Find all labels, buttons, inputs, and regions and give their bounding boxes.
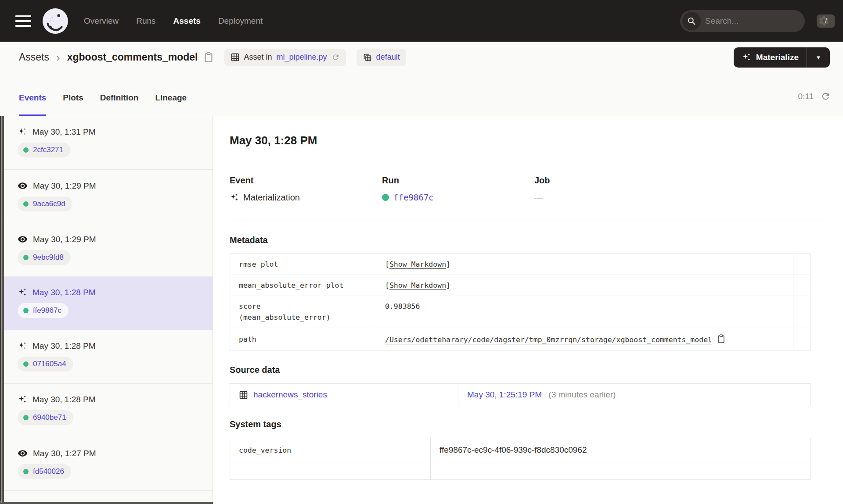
sparkle-icon xyxy=(742,53,751,62)
observation-eye-icon xyxy=(18,234,28,244)
reload-definition-icon[interactable] xyxy=(331,53,340,61)
refresh-countdown: 0:11 xyxy=(798,92,814,101)
table-row xyxy=(230,462,811,480)
repo-default-link[interactable]: default xyxy=(376,53,400,62)
run-pill[interactable]: 2cfc3271 xyxy=(18,143,70,157)
table-row: mean_absolute_error plot [Show Markdown] xyxy=(230,275,811,296)
event-column-label: Event xyxy=(230,175,382,186)
table-row: score (mean_absolute_error) 0.983856 xyxy=(230,296,811,328)
copy-path-icon[interactable] xyxy=(717,334,725,343)
tab-lineage[interactable]: Lineage xyxy=(155,93,187,116)
page-title: xgboost_comments_model xyxy=(67,51,198,63)
asset-tabs-bar: Events Plots Definition Lineage 0:11 xyxy=(0,73,843,116)
pipeline-file-link[interactable]: ml_pipeline.py xyxy=(277,53,327,62)
materialize-label: Materialize xyxy=(756,53,799,62)
event-list-item[interactable]: May 30, 1:31 PM 2cfc3271 xyxy=(0,116,213,170)
system-tag-key: code_version xyxy=(230,438,431,462)
run-status-dot xyxy=(382,194,389,201)
event-list-item[interactable]: May 30, 1:28 PM 6940be71 xyxy=(0,384,213,437)
event-timestamp: May 30, 1:29 PM xyxy=(33,181,96,191)
run-status-dot xyxy=(23,415,29,420)
run-id-link[interactable]: 9aca6c9d xyxy=(33,200,65,208)
event-timestamp: May 30, 1:27 PM xyxy=(33,449,96,458)
run-status-dot xyxy=(23,308,29,313)
observation-eye-icon xyxy=(18,181,28,191)
run-id-link[interactable]: 071605a4 xyxy=(33,360,66,368)
show-markdown-link[interactable]: [Show Markdown] xyxy=(385,260,450,268)
show-markdown-link[interactable]: [Show Markdown] xyxy=(385,281,450,290)
run-pill[interactable]: 6940be71 xyxy=(18,410,73,425)
nav-assets[interactable]: Assets xyxy=(173,16,201,26)
materialization-sparkle-icon xyxy=(230,193,239,202)
job-value: — xyxy=(534,193,543,203)
materialization-sparkle-icon xyxy=(18,127,27,137)
run-pill[interactable]: 071605a4 xyxy=(18,357,73,372)
run-id-link[interactable]: fd540026 xyxy=(33,467,64,476)
search-box[interactable]: / xyxy=(680,10,805,32)
metadata-heading: Metadata xyxy=(230,235,827,245)
system-tags-table: code_version ffe9867c-ec9c-4f06-939c-f8d… xyxy=(230,438,811,480)
refresh-icon[interactable] xyxy=(821,91,831,101)
source-timestamp-link[interactable]: May 30, 1:25:19 PM xyxy=(467,390,542,399)
metadata-table: rmse plot [Show Markdown] mean_absolute_… xyxy=(230,254,811,350)
nav-runs[interactable]: Runs xyxy=(136,16,155,26)
nav-overview[interactable]: Overview xyxy=(84,16,119,26)
run-pill[interactable]: fd540026 xyxy=(18,464,71,479)
background-window-edge xyxy=(0,116,4,504)
table-row: path /Users/odetteharary/code/dagster/tm… xyxy=(230,328,811,350)
metadata-key: score (mean_absolute_error) xyxy=(230,296,376,328)
run-status-dot xyxy=(23,147,29,153)
event-list-item[interactable]: May 30, 1:28 PM 071605a4 xyxy=(0,330,213,384)
run-pill[interactable]: 9aca6c9d xyxy=(18,197,72,211)
copy-asset-name-icon[interactable] xyxy=(204,52,213,63)
tab-definition[interactable]: Definition xyxy=(100,93,139,116)
event-list-item-selected[interactable]: May 30, 1:28 PM ffe9867c xyxy=(0,277,213,330)
event-timestamp: May 30, 1:29 PM xyxy=(33,235,96,244)
metadata-key: mean_absolute_error plot xyxy=(230,275,376,296)
search-shortcut-badge: / xyxy=(817,14,835,28)
system-tags-heading: System tags xyxy=(230,419,827,429)
source-data-heading: Source data xyxy=(230,365,827,375)
materialize-options-caret[interactable]: ▾ xyxy=(807,47,830,68)
repo-layers-icon xyxy=(363,53,372,62)
run-pill[interactable]: ffe9867c xyxy=(18,303,68,318)
event-list-sidebar: May 30, 1:31 PM 2cfc3271 May 30, 1:29 PM… xyxy=(0,116,213,504)
breadcrumb-assets-link[interactable]: Assets xyxy=(19,51,49,63)
run-id-link[interactable]: 6940be71 xyxy=(33,413,66,422)
asset-definition-tag: Asset in ml_pipeline.py xyxy=(224,49,346,66)
metadata-key: rmse plot xyxy=(230,254,376,275)
tab-events[interactable]: Events xyxy=(19,93,46,116)
materialization-sparkle-icon xyxy=(18,395,27,404)
asset-grid-icon xyxy=(239,390,248,400)
event-list-item[interactable]: May 30, 1:29 PM 9aca6c9d xyxy=(0,170,213,223)
materialize-split-button: Materialize ▾ xyxy=(734,47,830,68)
job-column-label: Job xyxy=(534,175,550,186)
event-list-item[interactable]: May 30, 1:27 PM fd540026 xyxy=(0,437,213,491)
system-tag-value: ffe9867c-ec9c-4f06-939c-f8dc830c0962 xyxy=(440,445,587,454)
run-status-dot xyxy=(23,361,29,367)
run-pill[interactable]: 9ebc9fd8 xyxy=(18,250,71,265)
repository-tag: default xyxy=(357,49,406,66)
breadcrumb-bar: Assets › xgboost_comments_model Asset in… xyxy=(0,42,843,73)
event-summary: Event Materialization Run ffe9867c Job — xyxy=(230,175,827,203)
source-asset-link[interactable]: hackernews_stories xyxy=(253,390,327,400)
breadcrumb-separator: › xyxy=(56,52,60,63)
materialization-sparkle-icon xyxy=(18,341,27,351)
storage-path-link[interactable]: /Users/odetteharary/code/dagster/tmp_0mz… xyxy=(385,336,712,344)
tabs: Events Plots Definition Lineage xyxy=(19,93,187,116)
event-list-item[interactable]: May 30, 1:29 PM 9ebc9fd8 xyxy=(0,223,213,277)
materialize-button[interactable]: Materialize xyxy=(734,47,807,68)
run-id-link[interactable]: 9ebc9fd8 xyxy=(33,253,64,262)
dagster-logo[interactable] xyxy=(43,8,68,34)
run-id-link[interactable]: 2cfc3271 xyxy=(33,146,63,154)
search-input[interactable] xyxy=(701,16,817,26)
run-id-link[interactable]: ffe9867c xyxy=(393,193,434,202)
tab-plots[interactable]: Plots xyxy=(63,93,83,116)
event-timestamp: May 30, 1:28 PM xyxy=(32,395,96,404)
nav-deployment[interactable]: Deployment xyxy=(218,16,263,26)
run-id-link[interactable]: ffe9867c xyxy=(33,306,61,315)
run-status-dot xyxy=(23,201,29,207)
event-detail-heading: May 30, 1:28 PM xyxy=(230,134,827,147)
menu-icon[interactable] xyxy=(15,15,31,27)
top-navigation: Overview Runs Assets Deployment / xyxy=(0,0,843,42)
